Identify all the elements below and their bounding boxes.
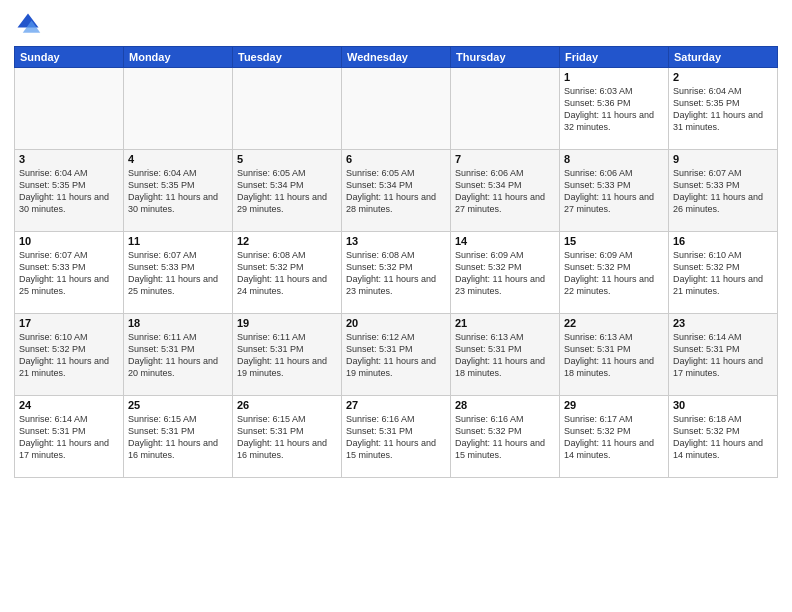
- calendar-cell: 7Sunrise: 6:06 AM Sunset: 5:34 PM Daylig…: [451, 150, 560, 232]
- weekday-header-saturday: Saturday: [669, 47, 778, 68]
- weekday-header-sunday: Sunday: [15, 47, 124, 68]
- calendar-cell: 26Sunrise: 6:15 AM Sunset: 5:31 PM Dayli…: [233, 396, 342, 478]
- day-info: Sunrise: 6:11 AM Sunset: 5:31 PM Dayligh…: [128, 331, 228, 380]
- calendar-table: SundayMondayTuesdayWednesdayThursdayFrid…: [14, 46, 778, 478]
- day-info: Sunrise: 6:18 AM Sunset: 5:32 PM Dayligh…: [673, 413, 773, 462]
- calendar-cell: [342, 68, 451, 150]
- day-number: 28: [455, 399, 555, 411]
- day-number: 29: [564, 399, 664, 411]
- day-info: Sunrise: 6:13 AM Sunset: 5:31 PM Dayligh…: [455, 331, 555, 380]
- calendar-cell: 17Sunrise: 6:10 AM Sunset: 5:32 PM Dayli…: [15, 314, 124, 396]
- day-number: 17: [19, 317, 119, 329]
- day-info: Sunrise: 6:05 AM Sunset: 5:34 PM Dayligh…: [237, 167, 337, 216]
- calendar-cell: [15, 68, 124, 150]
- day-number: 3: [19, 153, 119, 165]
- day-number: 25: [128, 399, 228, 411]
- day-info: Sunrise: 6:16 AM Sunset: 5:32 PM Dayligh…: [455, 413, 555, 462]
- day-number: 12: [237, 235, 337, 247]
- calendar-cell: 13Sunrise: 6:08 AM Sunset: 5:32 PM Dayli…: [342, 232, 451, 314]
- day-info: Sunrise: 6:06 AM Sunset: 5:33 PM Dayligh…: [564, 167, 664, 216]
- header: [14, 10, 778, 38]
- calendar-cell: 23Sunrise: 6:14 AM Sunset: 5:31 PM Dayli…: [669, 314, 778, 396]
- calendar-cell: 9Sunrise: 6:07 AM Sunset: 5:33 PM Daylig…: [669, 150, 778, 232]
- calendar-cell: 15Sunrise: 6:09 AM Sunset: 5:32 PM Dayli…: [560, 232, 669, 314]
- day-number: 23: [673, 317, 773, 329]
- weekday-header-monday: Monday: [124, 47, 233, 68]
- day-number: 21: [455, 317, 555, 329]
- day-info: Sunrise: 6:07 AM Sunset: 5:33 PM Dayligh…: [128, 249, 228, 298]
- day-number: 13: [346, 235, 446, 247]
- calendar-cell: 22Sunrise: 6:13 AM Sunset: 5:31 PM Dayli…: [560, 314, 669, 396]
- day-number: 27: [346, 399, 446, 411]
- day-number: 11: [128, 235, 228, 247]
- day-number: 24: [19, 399, 119, 411]
- calendar-cell: 10Sunrise: 6:07 AM Sunset: 5:33 PM Dayli…: [15, 232, 124, 314]
- logo: [14, 10, 46, 38]
- calendar-cell: 21Sunrise: 6:13 AM Sunset: 5:31 PM Dayli…: [451, 314, 560, 396]
- weekday-header-tuesday: Tuesday: [233, 47, 342, 68]
- day-info: Sunrise: 6:12 AM Sunset: 5:31 PM Dayligh…: [346, 331, 446, 380]
- day-info: Sunrise: 6:04 AM Sunset: 5:35 PM Dayligh…: [19, 167, 119, 216]
- calendar-cell: [124, 68, 233, 150]
- weekday-header-thursday: Thursday: [451, 47, 560, 68]
- calendar-cell: 30Sunrise: 6:18 AM Sunset: 5:32 PM Dayli…: [669, 396, 778, 478]
- day-info: Sunrise: 6:15 AM Sunset: 5:31 PM Dayligh…: [237, 413, 337, 462]
- day-number: 20: [346, 317, 446, 329]
- calendar-cell: 28Sunrise: 6:16 AM Sunset: 5:32 PM Dayli…: [451, 396, 560, 478]
- day-info: Sunrise: 6:09 AM Sunset: 5:32 PM Dayligh…: [455, 249, 555, 298]
- day-number: 16: [673, 235, 773, 247]
- day-info: Sunrise: 6:10 AM Sunset: 5:32 PM Dayligh…: [19, 331, 119, 380]
- calendar-cell: 19Sunrise: 6:11 AM Sunset: 5:31 PM Dayli…: [233, 314, 342, 396]
- calendar-cell: 20Sunrise: 6:12 AM Sunset: 5:31 PM Dayli…: [342, 314, 451, 396]
- logo-icon: [14, 10, 42, 38]
- day-number: 9: [673, 153, 773, 165]
- day-number: 22: [564, 317, 664, 329]
- day-info: Sunrise: 6:08 AM Sunset: 5:32 PM Dayligh…: [237, 249, 337, 298]
- day-number: 1: [564, 71, 664, 83]
- page: SundayMondayTuesdayWednesdayThursdayFrid…: [0, 0, 792, 612]
- day-number: 15: [564, 235, 664, 247]
- calendar-cell: 14Sunrise: 6:09 AM Sunset: 5:32 PM Dayli…: [451, 232, 560, 314]
- weekday-header-wednesday: Wednesday: [342, 47, 451, 68]
- day-info: Sunrise: 6:14 AM Sunset: 5:31 PM Dayligh…: [673, 331, 773, 380]
- day-info: Sunrise: 6:11 AM Sunset: 5:31 PM Dayligh…: [237, 331, 337, 380]
- calendar-cell: 18Sunrise: 6:11 AM Sunset: 5:31 PM Dayli…: [124, 314, 233, 396]
- day-number: 14: [455, 235, 555, 247]
- day-info: Sunrise: 6:17 AM Sunset: 5:32 PM Dayligh…: [564, 413, 664, 462]
- calendar-cell: 8Sunrise: 6:06 AM Sunset: 5:33 PM Daylig…: [560, 150, 669, 232]
- calendar-cell: 2Sunrise: 6:04 AM Sunset: 5:35 PM Daylig…: [669, 68, 778, 150]
- day-number: 26: [237, 399, 337, 411]
- calendar-week-1: 1Sunrise: 6:03 AM Sunset: 5:36 PM Daylig…: [15, 68, 778, 150]
- day-info: Sunrise: 6:13 AM Sunset: 5:31 PM Dayligh…: [564, 331, 664, 380]
- day-info: Sunrise: 6:03 AM Sunset: 5:36 PM Dayligh…: [564, 85, 664, 134]
- calendar-cell: 5Sunrise: 6:05 AM Sunset: 5:34 PM Daylig…: [233, 150, 342, 232]
- day-number: 8: [564, 153, 664, 165]
- day-number: 30: [673, 399, 773, 411]
- calendar-week-2: 3Sunrise: 6:04 AM Sunset: 5:35 PM Daylig…: [15, 150, 778, 232]
- day-info: Sunrise: 6:07 AM Sunset: 5:33 PM Dayligh…: [19, 249, 119, 298]
- day-info: Sunrise: 6:07 AM Sunset: 5:33 PM Dayligh…: [673, 167, 773, 216]
- calendar-cell: 24Sunrise: 6:14 AM Sunset: 5:31 PM Dayli…: [15, 396, 124, 478]
- calendar-cell: 12Sunrise: 6:08 AM Sunset: 5:32 PM Dayli…: [233, 232, 342, 314]
- calendar-cell: 11Sunrise: 6:07 AM Sunset: 5:33 PM Dayli…: [124, 232, 233, 314]
- day-number: 2: [673, 71, 773, 83]
- weekday-header-row: SundayMondayTuesdayWednesdayThursdayFrid…: [15, 47, 778, 68]
- calendar-cell: 25Sunrise: 6:15 AM Sunset: 5:31 PM Dayli…: [124, 396, 233, 478]
- day-info: Sunrise: 6:04 AM Sunset: 5:35 PM Dayligh…: [673, 85, 773, 134]
- calendar-cell: 4Sunrise: 6:04 AM Sunset: 5:35 PM Daylig…: [124, 150, 233, 232]
- day-number: 7: [455, 153, 555, 165]
- day-info: Sunrise: 6:15 AM Sunset: 5:31 PM Dayligh…: [128, 413, 228, 462]
- day-number: 18: [128, 317, 228, 329]
- calendar-cell: 29Sunrise: 6:17 AM Sunset: 5:32 PM Dayli…: [560, 396, 669, 478]
- calendar-cell: 3Sunrise: 6:04 AM Sunset: 5:35 PM Daylig…: [15, 150, 124, 232]
- day-number: 4: [128, 153, 228, 165]
- day-number: 6: [346, 153, 446, 165]
- day-info: Sunrise: 6:09 AM Sunset: 5:32 PM Dayligh…: [564, 249, 664, 298]
- calendar-week-5: 24Sunrise: 6:14 AM Sunset: 5:31 PM Dayli…: [15, 396, 778, 478]
- calendar-cell: 27Sunrise: 6:16 AM Sunset: 5:31 PM Dayli…: [342, 396, 451, 478]
- calendar-cell: [451, 68, 560, 150]
- day-info: Sunrise: 6:10 AM Sunset: 5:32 PM Dayligh…: [673, 249, 773, 298]
- day-info: Sunrise: 6:05 AM Sunset: 5:34 PM Dayligh…: [346, 167, 446, 216]
- weekday-header-friday: Friday: [560, 47, 669, 68]
- calendar-cell: 16Sunrise: 6:10 AM Sunset: 5:32 PM Dayli…: [669, 232, 778, 314]
